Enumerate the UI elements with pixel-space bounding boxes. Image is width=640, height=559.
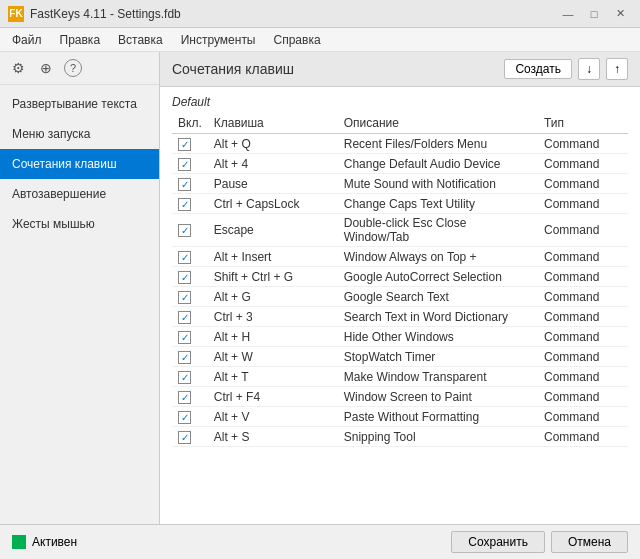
row-key: Ctrl + F4 [208,387,338,407]
row-description: Make Window Transparent [338,367,538,387]
cancel-button[interactable]: Отмена [551,531,628,553]
row-description: Snipping Tool [338,427,538,447]
row-type: Command [538,347,628,367]
table-row[interactable]: Alt + 4Change Default Audio DeviceComman… [172,154,628,174]
main-content: ⚙ ⊕ ? Развертывание текста Меню запуска … [0,52,640,524]
minimize-button[interactable]: — [556,5,580,23]
row-key: Pause [208,174,338,194]
row-checkbox[interactable] [178,431,191,444]
globe-icon[interactable]: ⊕ [36,58,56,78]
sidebar-item-launch-menu[interactable]: Меню запуска [0,119,159,149]
row-type: Command [538,327,628,347]
table-row[interactable]: Alt + WStopWatch TimerCommand [172,347,628,367]
table-container: Default Вкл. Клавиша Описание Тип Alt + … [160,87,640,524]
row-checkbox[interactable] [178,391,191,404]
create-button[interactable]: Создать [504,59,572,79]
row-description: StopWatch Timer [338,347,538,367]
row-key: Alt + H [208,327,338,347]
menu-help[interactable]: Справка [266,31,329,49]
table-header-row: Вкл. Клавиша Описание Тип [172,113,628,134]
table-row[interactable]: Ctrl + F4Window Screen to PaintCommand [172,387,628,407]
table-row[interactable]: Alt + HHide Other WindowsCommand [172,327,628,347]
table-row[interactable]: Alt + SSnipping ToolCommand [172,427,628,447]
status-area: Активен [12,535,77,549]
row-checkbox[interactable] [178,178,191,191]
row-checkbox-cell [172,194,208,214]
menu-file[interactable]: Файл [4,31,50,49]
sort-down-button[interactable]: ↓ [578,58,600,80]
sidebar-item-autocomplete[interactable]: Автозавершение [0,179,159,209]
maximize-button[interactable]: □ [582,5,606,23]
row-description: Change Caps Text Utility [338,194,538,214]
row-type: Command [538,427,628,447]
gear-icon[interactable]: ⚙ [8,58,28,78]
sidebar-item-text-expand[interactable]: Развертывание текста [0,89,159,119]
table-row[interactable]: Alt + TMake Window TransparentCommand [172,367,628,387]
row-key: Alt + S [208,427,338,447]
row-checkbox[interactable] [178,371,191,384]
menu-edit[interactable]: Правка [52,31,109,49]
sidebar-toolbar: ⚙ ⊕ ? [0,52,159,85]
row-checkbox-cell [172,307,208,327]
col-header-desc: Описание [338,113,538,134]
row-checkbox[interactable] [178,331,191,344]
row-checkbox[interactable] [178,158,191,171]
sidebar-navigation: Развертывание текста Меню запуска Сочета… [0,85,159,243]
sort-up-button[interactable]: ↑ [606,58,628,80]
row-checkbox-cell [172,267,208,287]
sidebar-item-mouse-gestures[interactable]: Жесты мышью [0,209,159,239]
row-checkbox-cell [172,387,208,407]
row-key: Alt + G [208,287,338,307]
row-checkbox[interactable] [178,351,191,364]
row-type: Command [538,267,628,287]
row-checkbox[interactable] [178,411,191,424]
row-checkbox-cell [172,174,208,194]
row-checkbox[interactable] [178,311,191,324]
row-checkbox-cell [172,327,208,347]
row-type: Command [538,174,628,194]
row-description: Search Text in Word Dictionary [338,307,538,327]
row-type: Command [538,307,628,327]
table-row[interactable]: EscapeDouble-click Esc Close Window/TabC… [172,214,628,247]
menu-insert[interactable]: Вставка [110,31,171,49]
row-key: Shift + Ctrl + G [208,267,338,287]
status-text: Активен [32,535,77,549]
window-controls: — □ ✕ [556,5,632,23]
table-row[interactable]: Alt + InsertWindow Always on Top +Comman… [172,247,628,267]
row-checkbox-cell [172,287,208,307]
row-checkbox[interactable] [178,198,191,211]
row-checkbox-cell [172,427,208,447]
row-key: Ctrl + 3 [208,307,338,327]
table-row[interactable]: Ctrl + 3Search Text in Word DictionaryCo… [172,307,628,327]
row-description: Mute Sound with Notification [338,174,538,194]
save-button[interactable]: Сохранить [451,531,545,553]
col-header-type: Тип [538,113,628,134]
row-description: Recent Files/Folders Menu [338,134,538,154]
row-type: Command [538,247,628,267]
table-row[interactable]: PauseMute Sound with NotificationCommand [172,174,628,194]
row-checkbox[interactable] [178,138,191,151]
title-bar: FK FastKeys 4.11 - Settings.fdb — □ ✕ [0,0,640,28]
row-key: Alt + Insert [208,247,338,267]
row-key: Escape [208,214,338,247]
row-checkbox[interactable] [178,224,191,237]
menu-tools[interactable]: Инструменты [173,31,264,49]
table-row[interactable]: Shift + Ctrl + GGoogle AutoCorrect Selec… [172,267,628,287]
close-button[interactable]: ✕ [608,5,632,23]
row-type: Command [538,194,628,214]
sidebar-item-shortcuts[interactable]: Сочетания клавиш [0,149,159,179]
row-checkbox[interactable] [178,251,191,264]
row-key: Ctrl + CapsLock [208,194,338,214]
row-checkbox-cell [172,247,208,267]
group-label: Default [172,95,628,109]
row-checkbox[interactable] [178,271,191,284]
table-row[interactable]: Alt + GGoogle Search TextCommand [172,287,628,307]
table-row[interactable]: Alt + VPaste Without FormattingCommand [172,407,628,427]
row-key: Alt + T [208,367,338,387]
table-row[interactable]: Alt + QRecent Files/Folders MenuCommand [172,134,628,154]
help-icon[interactable]: ? [64,59,82,77]
col-header-key: Клавиша [208,113,338,134]
row-checkbox[interactable] [178,291,191,304]
footer: Активен Сохранить Отмена [0,524,640,559]
table-row[interactable]: Ctrl + CapsLockChange Caps Text UtilityC… [172,194,628,214]
